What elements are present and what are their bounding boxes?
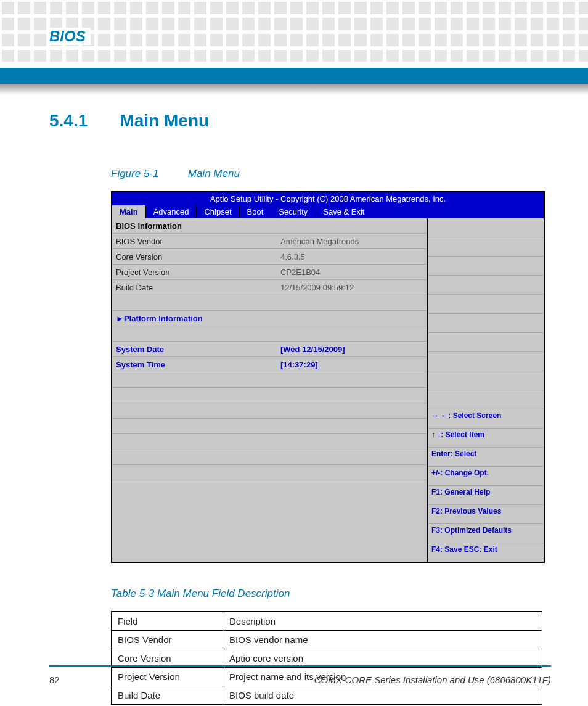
field-description-table: Field Description BIOS Vendor BIOS vendo…: [111, 611, 542, 705]
bios-value-editable[interactable]: [14:37:29]: [277, 358, 427, 371]
table-row: BIOS Vendor BIOS vendor name: [112, 631, 542, 649]
bios-tab-spacer: [372, 205, 544, 218]
bios-help-blank: [428, 371, 544, 390]
document-title: COMX-CORE Series Installation and Use (6…: [314, 675, 551, 685]
bios-label: System Time: [112, 358, 277, 371]
figure-caption: Figure 5-1 Main Menu: [111, 168, 551, 180]
page-number: 82: [49, 675, 60, 685]
table-caption: Table 5-3 Main Menu Field Description: [111, 588, 551, 600]
bios-row-vendor: BIOS Vendor American Megatrends: [112, 234, 427, 249]
bios-row-build-date: Build Date 12/15/2009 09:59:12: [112, 280, 427, 295]
table-header-desc: Description: [223, 612, 542, 631]
footer-rule: [49, 665, 551, 667]
bios-tab-save-exit[interactable]: Save & Exit: [316, 205, 372, 218]
table-cell-desc: Aptio core version: [223, 649, 542, 668]
table-row: Build Date BIOS build date: [112, 686, 542, 705]
bios-label: Core Version: [112, 250, 277, 263]
bios-help-blank: [428, 314, 544, 333]
bios-title-bar: Aptio Setup Utility - Copyright (C) 2008…: [112, 192, 544, 205]
bios-row-blank: [112, 403, 427, 419]
bios-label: BIOS Vendor: [112, 235, 277, 248]
bios-label: Project Version: [112, 266, 277, 279]
table-header-field: Field: [112, 612, 223, 631]
bios-row-blank: [112, 388, 427, 403]
table-cell-field: Core Version: [112, 649, 223, 668]
bios-row-system-date[interactable]: System Date [Wed 12/15/2009]: [112, 342, 427, 357]
table-cell-field: Build Date: [112, 686, 223, 705]
bios-row-blank: [112, 419, 427, 434]
bios-value-editable[interactable]: [Wed 12/15/2009]: [277, 343, 427, 356]
bios-help-blank: [428, 218, 544, 237]
header-rule-shadow: [0, 84, 588, 95]
table-cell-field: BIOS Vendor: [112, 631, 223, 649]
bios-help-blank: [428, 333, 544, 352]
bios-help-f4-esc: F4: Save ESC: Exit: [428, 543, 544, 562]
table-header-row: Field Description: [112, 612, 542, 631]
bios-row-blank: [112, 465, 427, 480]
chapter-header: BIOS: [49, 28, 91, 45]
bios-row-core-version: Core Version 4.6.3.5: [112, 249, 427, 265]
section-heading: 5.4.1 Main Menu: [49, 111, 551, 131]
bios-help-blank: [428, 390, 544, 409]
bios-value: American Megatrends: [277, 235, 427, 248]
figure-number: Figure 5-1: [111, 168, 185, 180]
bios-help-blank: [428, 276, 544, 295]
bios-help-blank: [428, 295, 544, 314]
section-number: 5.4.1: [49, 111, 117, 131]
bios-help-change-opt: +/-: Change Opt.: [428, 467, 544, 486]
bios-screenshot: Aptio Setup Utility - Copyright (C) 2008…: [111, 191, 545, 563]
bios-help-f1: F1: General Help: [428, 486, 544, 505]
figure-title: Main Menu: [188, 168, 240, 179]
bios-tab-advanced[interactable]: Advanced: [146, 205, 197, 218]
header-rule-blue: [0, 68, 588, 84]
bios-label: Build Date: [112, 281, 277, 294]
bios-tab-boot[interactable]: Boot: [240, 205, 272, 218]
bios-main-panel: BIOS Information BIOS Vendor American Me…: [112, 218, 428, 562]
bios-value: CP2E1B04: [277, 266, 427, 279]
bios-row-project-version: Project Version CP2E1B04: [112, 265, 427, 280]
bios-row-blank: [112, 449, 427, 465]
table-cell-desc: BIOS build date: [223, 686, 542, 705]
bios-submenu-platform-info[interactable]: ►Platform Information: [112, 311, 427, 326]
bios-tab-chipset[interactable]: Chipset: [197, 205, 239, 218]
bios-help-blank: [428, 352, 544, 371]
bios-row-blank: [112, 295, 427, 311]
bios-help-blank: [428, 237, 544, 257]
bios-help-select-screen: → ←: Select Screen: [428, 409, 544, 429]
bios-help-blank: [428, 257, 544, 276]
table-row: Core Version Aptio core version: [112, 649, 542, 668]
bios-help-select-item: ↑ ↓: Select Item: [428, 429, 544, 448]
bios-tab-bar: Main Advanced Chipset Boot Security Save…: [112, 205, 544, 218]
bios-value: 4.6.3.5: [277, 250, 427, 263]
bios-label: System Date: [112, 343, 277, 356]
section-title: Main Menu: [120, 111, 209, 130]
bios-help-enter: Enter: Select: [428, 448, 544, 467]
bios-tab-security[interactable]: Security: [271, 205, 316, 218]
bios-help-panel: → ←: Select Screen ↑ ↓: Select Item Ente…: [428, 218, 544, 562]
bios-help-f2: F2: Previous Values: [428, 505, 544, 524]
bios-value: 12/15/2009 09:59:12: [277, 281, 427, 294]
bios-row-system-time[interactable]: System Time [14:37:29]: [112, 357, 427, 372]
bios-help-f3: F3: Optimized Defaults: [428, 524, 544, 543]
bios-row-blank: [112, 480, 427, 495]
bios-row-blank: [112, 372, 427, 388]
bios-row-blank: [112, 326, 427, 342]
bios-row-blank: [112, 434, 427, 449]
bios-submenu-label: Platform Information: [124, 314, 203, 323]
submenu-arrow-icon: ►: [116, 314, 124, 323]
bios-tab-main[interactable]: Main: [112, 205, 146, 218]
bios-info-header: BIOS Information: [112, 218, 427, 234]
table-cell-desc: BIOS vendor name: [223, 631, 542, 649]
